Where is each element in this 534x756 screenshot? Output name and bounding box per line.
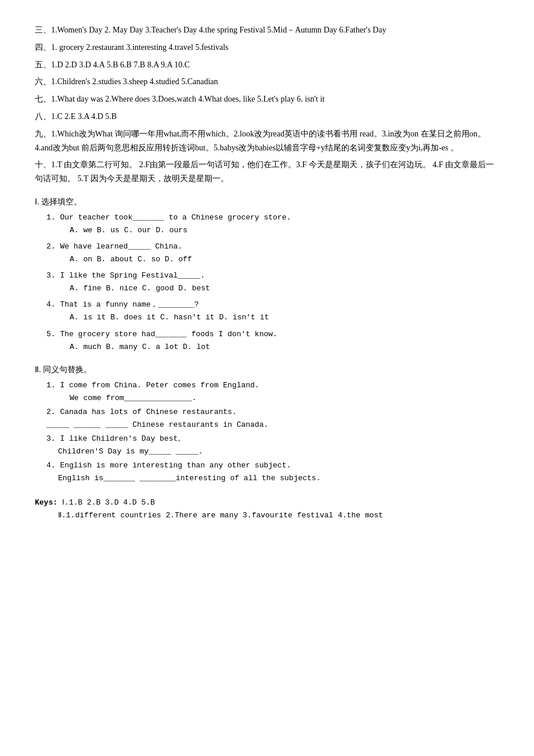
- ii3-blank: Children'S Day is my_____ _____.: [58, 445, 499, 458]
- section-3-text: 三、1.Women's Day 2. May Day 3.Teacher's D…: [35, 26, 386, 34]
- ii1-text: 1. I come from China. Peter comes from E…: [46, 379, 499, 392]
- keys-i: Ⅰ.1.B 2.B 3.D 4.D 5.B: [62, 498, 155, 507]
- q2-text: 2. We have learned_____ China.: [46, 240, 499, 253]
- q2: 2. We have learned_____ China. A. on B. …: [46, 240, 499, 266]
- section-9: 九、1.Which改为What 询问哪一年用what,而不用which。2.lo…: [35, 127, 499, 155]
- section-6-text: 六、1.Children's 2.studies 3.sheep 4.studi…: [35, 77, 218, 86]
- section-5-text: 五、1.D 2.D 3.D 4.A 5.B 6.B 7.B 8.A 9.A 10…: [35, 60, 190, 69]
- section-4: 四、1. grocery 2.restaurant 3.interesting …: [35, 41, 499, 55]
- section-3: 三、1.Women's Day 2. May Day 3.Teacher's D…: [35, 23, 499, 37]
- roman-2-title: Ⅱ. 同义句替换。: [35, 363, 499, 377]
- section-10-body: 1.T 由文章第二行可知。 2.F由第一段最后一句话可知，他们在工作。3.F 今…: [35, 160, 494, 183]
- keys-section: Keys: Ⅰ.1.B 2.B 3.D 4.D 5.B Ⅱ.1.differen…: [35, 496, 499, 522]
- section-10-title: 十、: [35, 160, 51, 169]
- ii4-blank: English is_______ ________interesting of…: [58, 472, 499, 485]
- section-9-title: 九、: [35, 129, 51, 138]
- section-5: 五、1.D 2.D 3.D 4.A 5.B 6.B 7.B 8.A 9.A 10…: [35, 58, 499, 72]
- q2-opts: A. on B. about C. so D. off: [70, 253, 499, 266]
- section-10: 十、1.T 由文章第二行可知。 2.F由第一段最后一句话可知，他们在工作。3.F…: [35, 158, 499, 186]
- keys-title: Keys:: [35, 498, 57, 507]
- q4-opts: A. is it B. does it C. hasn't it D. isn'…: [70, 311, 499, 324]
- ii2-blank: _____ ______ _____ Chinese restaurants i…: [46, 419, 499, 431]
- q1: 1. Our teacher took_______ to a Chinese …: [46, 211, 499, 237]
- section-7: 七、1.What day was 2.Where does 3.Does,wat…: [35, 92, 499, 106]
- roman-1-section: Ⅰ. 选择填空。 1. Our teacher took_______ to a…: [35, 195, 499, 354]
- q3-opts: A. fine B. nice C. good D. best: [70, 282, 499, 295]
- ii3-text: 3. I like Children's Day best。: [46, 433, 499, 445]
- ii3: 3. I like Children's Day best。 Children'…: [46, 433, 499, 458]
- section-6: 六、1.Children's 2.studies 3.sheep 4.studi…: [35, 75, 499, 89]
- ii2: 2. Canada has lots of Chinese restaurant…: [46, 406, 499, 431]
- roman-1-title: Ⅰ. 选择填空。: [35, 195, 499, 209]
- section-8: 八、1.C 2.E 3.A 4.D 5.B: [35, 110, 499, 124]
- q3-text: 3. I like the Spring Festival_____.: [46, 269, 499, 282]
- section-4-text: 四、1. grocery 2.restaurant 3.interesting …: [35, 43, 229, 52]
- q4: 4. That is a funny name，________? A. is …: [46, 298, 499, 324]
- q1-text: 1. Our teacher took_______ to a Chinese …: [46, 211, 499, 224]
- ii1-blank: We come from_______________.: [70, 392, 499, 405]
- page-content: 三、1.Women's Day 2. May Day 3.Teacher's D…: [35, 23, 499, 522]
- ii2-text: 2. Canada has lots of Chinese restaurant…: [46, 406, 499, 419]
- ii4-text: 4. English is more interesting than any …: [46, 459, 499, 472]
- section-7-text: 七、1.What day was 2.Where does 3.Does,wat…: [35, 95, 324, 103]
- q1-opts: A. we B. us C. our D. ours: [70, 224, 499, 237]
- keys-header: Keys: Ⅰ.1.B 2.B 3.D 4.D 5.B: [35, 496, 499, 509]
- ii4: 4. English is more interesting than any …: [46, 459, 499, 485]
- q5-opts: A. much B. many C. a lot D. lot: [70, 341, 499, 354]
- ii1: 1. I come from China. Peter comes from E…: [46, 379, 499, 405]
- section-9-body: 1.Which改为What 询问哪一年用what,而不用which。2.look…: [35, 129, 486, 152]
- q5-text: 5. The grocery store had_______ foods I …: [46, 328, 499, 341]
- q4-text: 4. That is a funny name，________?: [46, 298, 499, 311]
- roman-2-section: Ⅱ. 同义句替换。 1. I come from China. Peter co…: [35, 363, 499, 485]
- section-8-text: 八、1.C 2.E 3.A 4.D 5.B: [35, 112, 117, 121]
- keys-ii: Ⅱ.1.different countries 2.There are many…: [58, 509, 499, 522]
- q5: 5. The grocery store had_______ foods I …: [46, 328, 499, 354]
- q3: 3. I like the Spring Festival_____. A. f…: [46, 269, 499, 295]
